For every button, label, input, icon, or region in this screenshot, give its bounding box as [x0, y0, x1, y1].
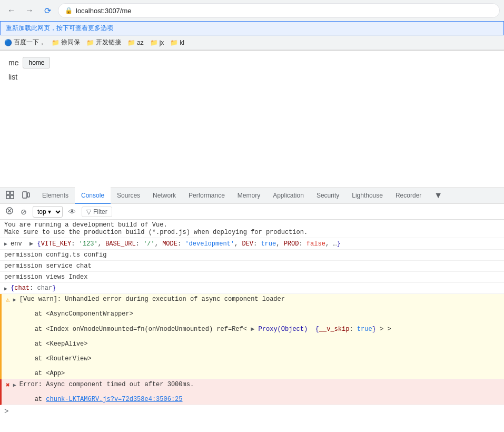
- bookmark-az[interactable]: 📁 az: [127, 39, 144, 46]
- tab-memory[interactable]: Memory: [231, 188, 266, 204]
- more-tabs-button[interactable]: ▼: [428, 188, 449, 204]
- toggle-filter-button[interactable]: ⊘: [19, 206, 28, 218]
- filter-label: Filter: [93, 208, 107, 215]
- folder-icon: 📁: [86, 39, 94, 46]
- console-line: permission views Index: [0, 272, 504, 283]
- baidu-icon: 🔵: [4, 39, 12, 46]
- tooltip-text: 重新加载此网页，按下可查看更多选项: [6, 24, 113, 33]
- bookmark-label: 百度一下，: [14, 38, 45, 47]
- tab-application[interactable]: Application: [266, 188, 310, 204]
- folder-icon: 📁: [127, 39, 135, 46]
- svg-rect-3: [11, 195, 14, 199]
- svg-rect-2: [6, 195, 9, 199]
- console-line: You are running a development build of V…: [0, 220, 504, 238]
- page-content: me home list: [0, 51, 504, 188]
- devtools-tabs: Elements Console Sources Network Perform…: [36, 188, 500, 204]
- bookmark-jx[interactable]: 📁 jx: [150, 39, 164, 46]
- page-me-label: me: [8, 58, 18, 67]
- expand-icon[interactable]: ▶: [13, 382, 16, 388]
- console-line-warn: ⚠ ▶ [Vue warn]: Unhandled error during e…: [0, 294, 504, 379]
- nav-bar: ← → ⟳ 🔒 localhost:3007/me: [0, 0, 504, 21]
- console-line: ▶ env ▶ {VITE_KEY: '123', BASE_URL: '/',…: [0, 238, 504, 250]
- console-line: ▶ {chat: char}: [0, 283, 504, 294]
- devtools: Elements Console Sources Network Perform…: [0, 188, 504, 432]
- svg-rect-5: [27, 193, 29, 197]
- expand-icon[interactable]: ▶: [13, 297, 16, 303]
- tab-lighthouse[interactable]: Lighthouse: [345, 188, 389, 204]
- filter-box[interactable]: ▽ Filter: [82, 207, 112, 217]
- expand-icon[interactable]: ▶: [4, 241, 7, 247]
- address-bar[interactable]: 🔒 localhost:3007/me: [58, 3, 500, 18]
- console-text: permission views Index: [4, 273, 87, 281]
- forward-button[interactable]: →: [22, 3, 37, 18]
- tab-sources[interactable]: Sources: [111, 188, 146, 204]
- page-list-label: list: [8, 73, 496, 81]
- svg-rect-1: [11, 191, 14, 194]
- console-line: permission service chat: [0, 261, 504, 272]
- context-selector[interactable]: top ▾: [33, 206, 63, 218]
- url-text: localhost:3007/me: [76, 7, 493, 15]
- back-button[interactable]: ←: [4, 3, 19, 18]
- tooltip-bar: 重新加载此网页，按下可查看更多选项: [0, 21, 504, 35]
- console-text: permission service chat: [4, 262, 92, 270]
- clear-console-button[interactable]: [4, 205, 15, 218]
- error-icon: ✖: [6, 381, 10, 389]
- bookmark-xu[interactable]: 📁 徐同保: [52, 38, 80, 47]
- bookmark-label: jx: [160, 39, 164, 46]
- bookmark-label: az: [137, 39, 144, 46]
- bookmark-kl[interactable]: 📁 kl: [170, 39, 184, 46]
- devtools-top-bar: Elements Console Sources Network Perform…: [0, 188, 504, 204]
- bookmarks-bar: 🔵 百度一下， 📁 徐同保 📁 开发链接 📁 az 📁 jx 📁 kl: [0, 35, 504, 50]
- browser-chrome: ← → ⟳ 🔒 localhost:3007/me 重新加载此网页，按下可查看更…: [0, 0, 504, 51]
- tab-elements[interactable]: Elements: [36, 188, 75, 204]
- console-line-error: ✖ ▶ Error: Async component timed out aft…: [0, 379, 504, 405]
- tab-security[interactable]: Security: [310, 188, 345, 204]
- tab-performance[interactable]: Performance: [182, 188, 231, 204]
- lock-icon: 🔒: [65, 7, 73, 14]
- inspect-element-button[interactable]: [4, 189, 16, 202]
- tab-recorder[interactable]: Recorder: [389, 188, 428, 204]
- bookmark-label: 徐同保: [61, 38, 80, 47]
- bookmark-dev[interactable]: 📁 开发链接: [86, 38, 121, 47]
- console-output[interactable]: You are running a development build of V…: [0, 220, 504, 432]
- console-input-line[interactable]: >: [0, 405, 504, 418]
- bookmark-label: 开发链接: [96, 38, 121, 47]
- tab-console[interactable]: Console: [75, 188, 111, 204]
- device-toolbar-button[interactable]: [20, 189, 32, 202]
- folder-icon: 📁: [170, 39, 178, 46]
- console-text: env ▶ {VITE_KEY: '123', BASE_URL: '/', M…: [11, 240, 341, 248]
- console-text: permission config.ts config: [4, 251, 106, 259]
- console-text: {chat: char}: [11, 284, 56, 292]
- eye-button[interactable]: 👁: [67, 206, 77, 218]
- bookmark-baidu[interactable]: 🔵 百度一下，: [4, 38, 45, 47]
- console-toolbar: ⊘ top ▾ 👁 ▽ Filter: [0, 204, 504, 220]
- console-text: Error: Async component timed out after 3…: [19, 381, 194, 403]
- reload-button[interactable]: ⟳: [40, 3, 55, 18]
- svg-rect-0: [6, 191, 9, 194]
- prompt-icon: >: [4, 407, 8, 416]
- folder-icon: 📁: [150, 39, 158, 46]
- folder-icon: 📁: [52, 39, 60, 46]
- svg-rect-4: [23, 192, 27, 198]
- home-button[interactable]: home: [23, 57, 50, 68]
- filter-icon: ▽: [86, 208, 91, 215]
- expand-icon[interactable]: ▶: [4, 286, 7, 292]
- console-line: permission config.ts config: [0, 250, 504, 261]
- bookmark-label: kl: [180, 39, 184, 46]
- console-text: [Vue warn]: Unhandled error during execu…: [19, 296, 391, 377]
- tab-network[interactable]: Network: [146, 188, 182, 204]
- warn-icon: ⚠: [6, 296, 10, 304]
- console-text: You are running a development build of V…: [4, 221, 308, 236]
- error-link[interactable]: chunk-LKTAM6RV.js?v=72d358e4:3506:25: [46, 396, 182, 403]
